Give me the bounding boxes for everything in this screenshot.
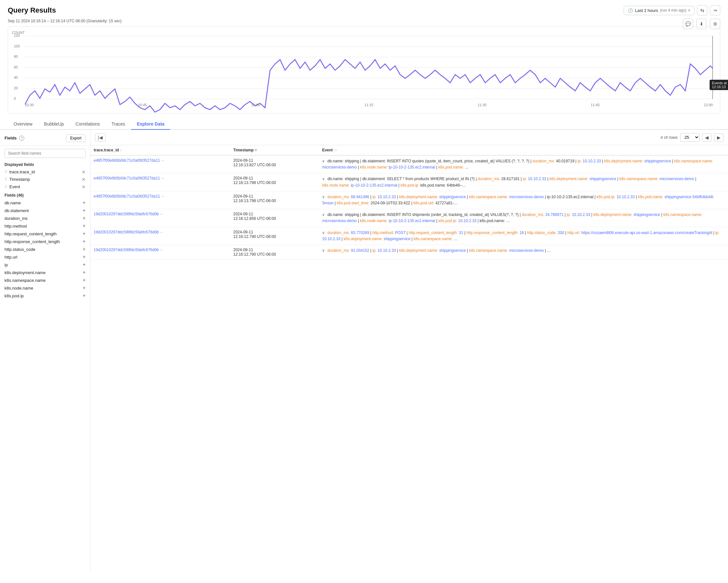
field-add-db-name: db.name + xyxy=(0,199,90,207)
time-suffix-label: (run 4 min ago) xyxy=(660,8,686,12)
top-bar-right: 🕐 Last 2 hours (run 4 min ago) ▾ ⇆ ⇒ xyxy=(624,5,720,16)
row-more-button[interactable]: ··· xyxy=(161,176,164,181)
page-next-button[interactable]: ▶ xyxy=(714,133,724,142)
x-label-1145: 11:45 xyxy=(591,103,600,107)
x-label-1130: 11:30 xyxy=(478,103,487,107)
expand-row-button[interactable]: ∨ xyxy=(322,231,325,235)
expand-row-button[interactable]: ∨ xyxy=(322,177,325,181)
fields-title-text: Fields xyxy=(4,136,17,140)
field-timestamp: ⠿ Timestamp ✕ xyxy=(0,176,90,183)
field-name-db-name: db.name xyxy=(4,201,21,205)
drag-icon-timestamp: ⠿ xyxy=(4,177,7,182)
cell-trace-id: 19d20010297ddc599fdc5fabfc676d0b ··· xyxy=(90,245,230,259)
add-db-statement-button[interactable]: + xyxy=(83,208,85,213)
table-row: 19d20010297ddc599fdc5fabfc676d0b ··· 202… xyxy=(90,227,728,245)
x-label-1200: 12:00 xyxy=(704,103,713,107)
y-tick-100: 100 xyxy=(14,44,20,48)
field-name-http-status: http.status_code xyxy=(4,247,35,252)
x-label-1100: 11:00 xyxy=(251,103,260,107)
trace-id-link[interactable]: e4857f00e6b5b0dc71c0a0fd3527da11 xyxy=(94,194,160,198)
chart-inner: 120 100 80 60 40 20 0 10:30 10:45 11:00 … xyxy=(12,36,716,107)
field-add-k8s-deployment: k8s.deployment.name + xyxy=(0,269,90,276)
field-name-http-req-len: http.request_content_length xyxy=(4,232,56,236)
remove-event-button[interactable]: ✕ xyxy=(82,185,85,189)
row-more-button[interactable]: ··· xyxy=(160,212,163,216)
y-tick-0: 0 xyxy=(14,97,16,100)
chart-tooltip-box: Events at 12:16:13 xyxy=(709,80,728,90)
trace-id-link[interactable]: 19d20010297ddc599fdc5fabfc676d0b xyxy=(94,212,159,216)
add-k8s-namespace-button[interactable]: + xyxy=(83,277,85,283)
y-tick-20: 20 xyxy=(14,86,18,90)
chevron-down-icon: ▾ xyxy=(688,8,690,12)
row-more-button[interactable]: ··· xyxy=(160,230,163,234)
row-more-button[interactable]: ··· xyxy=(161,194,164,198)
table-scroll-area[interactable]: trace.trace_id ↕ Timestamp ▾ Event ··· e… xyxy=(90,145,728,571)
page-title: Query Results xyxy=(8,6,56,15)
add-duration-ms-button[interactable]: + xyxy=(83,216,85,221)
table-row: e4857f00e6b5b0dc71c0a0fd3527da11 ··· 202… xyxy=(90,174,728,191)
col-header-trace-id[interactable]: trace.trace_id ↕ xyxy=(90,145,230,155)
top-bar: Query Results 🕐 Last 2 hours (run 4 min … xyxy=(0,0,728,18)
x-label-1045: 10:45 xyxy=(138,103,147,107)
add-http-resp-len-button[interactable]: + xyxy=(83,239,85,244)
expand-row-button[interactable]: ∨ xyxy=(322,248,325,253)
cell-timestamp: 2024-09-1112:16:13.827 UTC-06:00 xyxy=(230,155,319,174)
cell-event: ∨ db.name: shipping | db.statement: INSE… xyxy=(319,209,728,227)
y-tick-80: 80 xyxy=(14,55,18,58)
trace-id-link[interactable]: 19d20010297ddc599fdc5fabfc676d0b xyxy=(94,230,159,234)
add-k8s-node-button[interactable]: + xyxy=(83,285,85,291)
time-picker-button[interactable]: 🕐 Last 2 hours (run 4 min ago) ▾ xyxy=(624,6,695,15)
cell-timestamp: 2024-09-1112:16:12.790 UTC-06:00 xyxy=(230,227,319,245)
field-add-ip: ip + xyxy=(0,261,90,269)
y-tick-40: 40 xyxy=(14,76,18,79)
field-add-http-resp-len: http.response_content_length + xyxy=(0,238,90,245)
x-label-1030: 10:30 xyxy=(25,103,34,107)
expand-row-button[interactable]: ∨ xyxy=(322,195,325,199)
cell-timestamp: 2024-09-1112:16:12.790 UTC-06:00 xyxy=(230,245,319,259)
share-button[interactable]: ⇆ xyxy=(697,5,707,16)
col-header-timestamp[interactable]: Timestamp ▾ xyxy=(230,145,319,155)
table-row: e4857f00e6b5b0dc71c0a0fd3527da11 ··· 202… xyxy=(90,191,728,209)
field-name-k8s-pod-ip: k8s.pod.ip xyxy=(4,293,24,298)
add-http-status-button[interactable]: + xyxy=(83,247,85,252)
field-name-k8s-node: k8s.node.name xyxy=(4,286,33,291)
add-ip-button[interactable]: + xyxy=(83,262,85,267)
trace-id-link[interactable]: e4857f00e6b5b0dc71c0a0fd3527da11 xyxy=(94,158,160,163)
field-trace-trace-id: ⠿ trace.trace_id ✕ xyxy=(0,168,90,176)
trace-id-link[interactable]: 19d20010297ddc599fdc5fabfc676d0b xyxy=(94,247,159,252)
x-label-1115: 11:15 xyxy=(364,103,373,107)
add-http-method-button[interactable]: + xyxy=(83,223,85,229)
expand-row-button[interactable]: ∨ xyxy=(322,212,325,217)
forward-button[interactable]: ⇒ xyxy=(710,5,720,16)
clock-icon: 🕐 xyxy=(628,8,633,13)
drag-icon-event: ⠿ xyxy=(4,185,7,189)
expand-row-button[interactable]: ∨ xyxy=(322,159,325,163)
field-name-ip: ip xyxy=(4,262,8,267)
trace-id-link[interactable]: e4857f00e6b5b0dc71c0a0fd3527da11 xyxy=(94,176,160,181)
field-add-k8s-node: k8s.node.name + xyxy=(0,284,90,292)
add-k8s-deployment-button[interactable]: + xyxy=(83,270,85,275)
field-add-http-url: http.url + xyxy=(0,253,90,261)
explore-layout: Fields ? Export Displayed fields ⠿ trace… xyxy=(0,130,728,571)
add-http-req-len-button[interactable]: + xyxy=(83,231,85,236)
tooltip-time: 12:16:13 xyxy=(712,85,726,89)
field-add-db-statement: db.statement + xyxy=(0,207,90,214)
help-icon[interactable]: ? xyxy=(19,136,24,141)
cell-event: ∨ duration_ms: 65.770269 | http.method: … xyxy=(319,227,728,245)
add-http-url-button[interactable]: + xyxy=(83,255,85,260)
field-name-k8s-namespace: k8s.namespace.name xyxy=(4,278,46,283)
cell-event: ∨ db.name: shipping | db.statement: INSE… xyxy=(319,155,728,174)
table-row: 19d20010297ddc599fdc5fabfc676d0b ··· 202… xyxy=(90,245,728,259)
remove-trace-button[interactable]: ✕ xyxy=(82,170,85,174)
add-db-name-button[interactable]: + xyxy=(83,200,85,205)
field-add-k8s-namespace: k8s.namespace.name + xyxy=(0,276,90,284)
add-k8s-pod-ip-button[interactable]: + xyxy=(83,293,85,298)
row-more-button[interactable]: ··· xyxy=(160,247,163,252)
field-add-http-req-len: http.request_content_length + xyxy=(0,230,90,238)
cell-timestamp: 2024-09-1112:16:13.798 UTC-06:00 xyxy=(230,174,319,191)
field-name-timestamp: Timestamp xyxy=(9,177,30,182)
row-more-button[interactable]: ··· xyxy=(161,158,164,163)
remove-timestamp-button[interactable]: ✕ xyxy=(82,177,85,182)
y-tick-60: 60 xyxy=(14,65,18,69)
subtitle-text: Sep 11 2024 10:16:14 – 12:16:14 UTC-06:0… xyxy=(8,19,122,23)
